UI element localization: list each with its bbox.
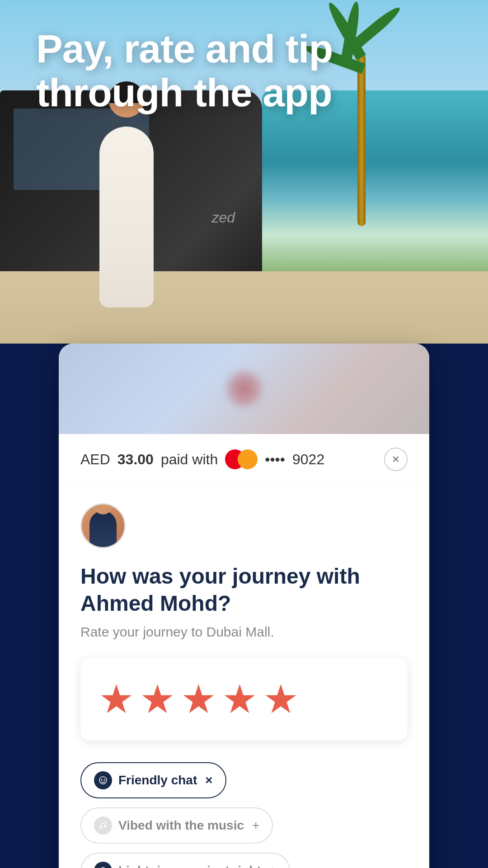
- tag-friendly-chat-action[interactable]: ×: [205, 773, 212, 788]
- tag-vibed-music-label: Vibed with the music: [118, 818, 244, 833]
- payment-bar: AED 33.00 paid with •••• 9022 ×: [59, 434, 429, 485]
- close-icon: ×: [392, 452, 399, 467]
- friendly-chat-icon: [94, 771, 112, 789]
- tags-section: Friendly chat × Vibed with the music +: [80, 762, 408, 868]
- mc-circle-yellow: [238, 449, 258, 469]
- mastercard-blur: [226, 371, 262, 407]
- tag-lightning-action[interactable]: +: [269, 863, 277, 868]
- lightning-icon: [94, 862, 112, 868]
- tag-vibed-music-action[interactable]: +: [252, 818, 259, 833]
- svg-point-1: [101, 779, 103, 781]
- payment-card-dots: ••••: [265, 451, 285, 468]
- tag-lightning[interactable]: Lightning was just right +: [80, 853, 290, 868]
- star-5[interactable]: ★: [263, 676, 299, 722]
- rating-question: How was your journey with Ahmed Mohd?: [80, 563, 408, 617]
- payment-currency: AED: [80, 451, 110, 468]
- rating-card: AED 33.00 paid with •••• 9022 ×: [59, 344, 429, 868]
- tag-lightning-label: Lightning was just right: [118, 863, 261, 868]
- close-button[interactable]: ×: [384, 448, 408, 471]
- mastercard-icon: [225, 449, 258, 469]
- vibed-music-icon: [94, 816, 112, 835]
- payment-paid-with: paid with: [161, 451, 218, 468]
- star-3[interactable]: ★: [181, 676, 216, 722]
- pool-area: [262, 90, 488, 271]
- payment-amount: 33.00: [117, 451, 154, 468]
- payment-info: AED 33.00 paid with •••• 9022: [80, 449, 324, 469]
- stars-container[interactable]: ★ ★ ★ ★ ★: [80, 658, 408, 741]
- hero-title-line1: Pay, rate and tip: [36, 26, 333, 71]
- hero-section: Pay, rate and tip through the app: [0, 0, 488, 362]
- tag-friendly-chat-label: Friendly chat: [118, 773, 197, 788]
- star-2[interactable]: ★: [140, 676, 175, 722]
- driver-avatar: [80, 503, 126, 548]
- svg-point-3: [100, 826, 102, 829]
- star-4[interactable]: ★: [222, 676, 258, 722]
- svg-point-4: [104, 826, 106, 828]
- tag-friendly-chat[interactable]: Friendly chat ×: [80, 762, 226, 798]
- person-body: [99, 127, 154, 307]
- hero-title-line2: through the app: [36, 70, 332, 115]
- tag-vibed-music[interactable]: Vibed with the music +: [80, 807, 273, 844]
- svg-point-0: [99, 777, 107, 784]
- svg-point-2: [104, 779, 105, 781]
- star-1[interactable]: ★: [99, 676, 134, 722]
- card-body: How was your journey with Ahmed Mohd? Ra…: [59, 485, 429, 868]
- driver-figure: [89, 511, 117, 547]
- rating-subtitle: Rate your journey to Dubai Mall.: [80, 624, 408, 640]
- hero-title: Pay, rate and tip through the app: [36, 27, 452, 115]
- bottom-section: AED 33.00 paid with •••• 9022 ×: [0, 344, 488, 868]
- payment-card-last4: 9022: [292, 451, 324, 468]
- hero-title-text: Pay, rate and tip through the app: [36, 27, 452, 115]
- driver-head: [93, 503, 113, 514]
- card-blurred-header: [59, 344, 429, 434]
